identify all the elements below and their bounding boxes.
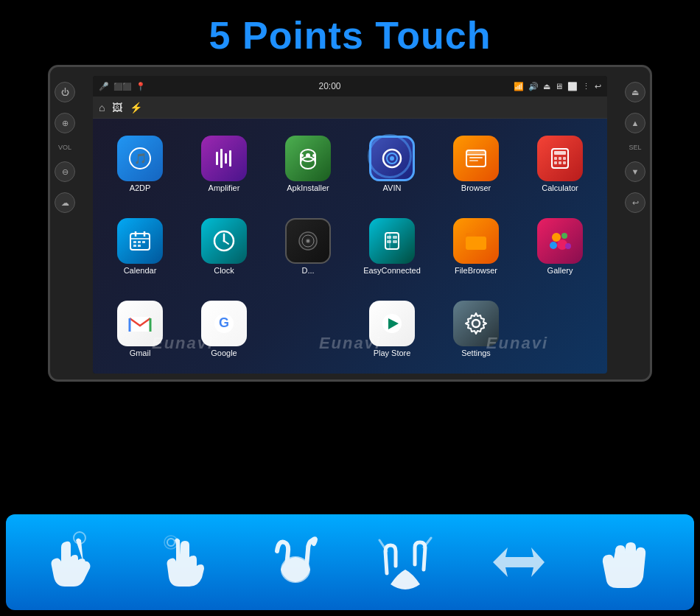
- svg-point-65: [472, 320, 480, 327]
- signal-icon: 📶: [514, 82, 524, 91]
- apkinstaller-icon: [285, 136, 331, 181]
- status-left: 🎤 ⬛⬛ 📍: [99, 82, 146, 91]
- app-filebrowser[interactable]: FileBrowser: [436, 207, 516, 285]
- svg-point-10: [306, 153, 310, 158]
- eject-button[interactable]: ⏏: [625, 82, 645, 102]
- sel-up-button[interactable]: ▲: [625, 113, 645, 133]
- svg-point-12: [312, 154, 315, 157]
- svg-rect-5: [229, 150, 231, 167]
- cloud-button[interactable]: ☁: [55, 192, 75, 213]
- app-dvd[interactable]: D...: [268, 207, 348, 285]
- app-avin[interactable]: AVIN: [352, 125, 432, 203]
- power-button[interactable]: ⏻: [55, 82, 75, 102]
- vol-up-button[interactable]: ⊕: [55, 113, 75, 133]
- svg-rect-25: [563, 157, 566, 160]
- svg-rect-17: [466, 150, 486, 155]
- gallery-label: Gallery: [547, 266, 573, 275]
- app-apkinstaller[interactable]: ApkInstaller: [268, 125, 348, 203]
- app-easyconnected[interactable]: EasyConnected: [352, 207, 432, 285]
- svg-point-55: [550, 242, 557, 249]
- gesture-spread: [372, 529, 438, 595]
- home-nav-icon[interactable]: ⌂: [99, 102, 105, 113]
- app-a2dp[interactable]: 🎵 A2DP: [100, 125, 180, 203]
- status-right: 📶 🔊 ⏏ 🖥 ⬜ ⋮ ↩: [514, 82, 601, 91]
- status-bar: 🎤 ⬛⬛ 📍 20:00 📶 🔊 ⏏ 🖥 ⬜ ⋮ ↩: [93, 76, 607, 97]
- a2dp-icon: 🎵: [117, 136, 163, 181]
- image-nav-icon[interactable]: 🖼: [112, 102, 122, 113]
- title-section: 5 Points Touch: [0, 0, 700, 65]
- app-playstore[interactable]: Play Store: [352, 290, 432, 368]
- mic-icon: 🎤: [99, 82, 109, 91]
- svg-rect-3: [220, 149, 223, 168]
- avin-label: AVIN: [383, 183, 402, 192]
- svg-rect-24: [559, 157, 561, 160]
- svg-rect-35: [142, 241, 145, 243]
- svg-point-9: [301, 157, 315, 169]
- playstore-label: Play Store: [374, 349, 411, 357]
- calculator-label: Calculator: [542, 183, 578, 192]
- app-calculator[interactable]: Calculator: [520, 125, 600, 203]
- svg-text:🎵: 🎵: [134, 153, 147, 165]
- usb-nav-icon[interactable]: ⚡: [130, 102, 142, 113]
- car-unit: ⏻ ⊕ VOL ⊖ ☁ ⏏ ▲ SEL ▼ ↩ 🎤 ⬛⬛ 📍 20:00: [48, 65, 652, 382]
- google-label: Google: [211, 349, 237, 357]
- svg-rect-20: [469, 160, 478, 161]
- apkinstaller-label: ApkInstaller: [287, 183, 329, 192]
- gesture-double-tap: [153, 529, 219, 595]
- left-side-buttons: ⏻ ⊕ VOL ⊖ ☁: [55, 82, 75, 213]
- svg-point-45: [307, 239, 309, 242]
- svg-rect-51: [393, 240, 397, 243]
- svg-rect-23: [554, 157, 557, 160]
- back-button[interactable]: ↩: [625, 192, 645, 213]
- calculator-icon: [537, 136, 583, 181]
- gesture-single-tap: [43, 529, 109, 595]
- svg-rect-2: [216, 152, 218, 165]
- clock-icon: [201, 218, 247, 264]
- calendar-label: Calendar: [124, 266, 157, 275]
- svg-rect-52: [466, 237, 486, 250]
- svg-rect-28: [563, 161, 566, 164]
- svg-rect-19: [469, 157, 483, 158]
- app-calendar[interactable]: Calendar: [100, 207, 180, 285]
- app-grid: 🎵 A2DP Amplifier: [93, 119, 607, 374]
- app-settings[interactable]: Settings: [436, 290, 516, 368]
- svg-point-57: [565, 243, 571, 249]
- app-google[interactable]: G Google: [184, 290, 264, 368]
- amplifier-label: Amplifier: [209, 183, 240, 192]
- location-icon: ⬛⬛: [113, 83, 131, 91]
- app-amplifier[interactable]: Amplifier: [184, 125, 264, 203]
- svg-point-67: [167, 539, 175, 546]
- vol-label: VOL: [58, 144, 71, 151]
- sel-down-button[interactable]: ▼: [625, 161, 645, 182]
- vol-down-button[interactable]: ⊖: [55, 161, 75, 182]
- page-title: 5 Points Touch: [0, 13, 700, 57]
- svg-rect-49: [393, 236, 397, 239]
- app-gallery[interactable]: Gallery: [520, 207, 600, 285]
- settings-icon: [453, 301, 499, 346]
- svg-point-41: [223, 239, 225, 242]
- a2dp-label: A2DP: [130, 183, 151, 192]
- app-browser[interactable]: Browser: [436, 125, 516, 203]
- volume-icon: 🔊: [528, 82, 539, 91]
- gesture-bar: [6, 514, 694, 610]
- menu-icon: ⋮: [582, 82, 590, 91]
- gmail-icon: [117, 301, 163, 346]
- svg-rect-4: [225, 153, 227, 164]
- svg-point-11: [301, 154, 304, 157]
- avin-icon: [369, 136, 415, 181]
- placeholder-icon: [285, 305, 331, 351]
- gps-icon: 📍: [136, 82, 146, 91]
- window-icon: ⬜: [567, 82, 578, 91]
- clock-label: Clock: [214, 266, 234, 275]
- easyconnected-label: EasyConnected: [363, 266, 421, 275]
- amplifier-icon: [201, 136, 247, 181]
- gmail-label: Gmail: [130, 349, 151, 357]
- gesture-swipe: [482, 529, 548, 595]
- browser-icon: [453, 136, 499, 181]
- browser-label: Browser: [461, 183, 491, 192]
- gesture-pinch: [262, 529, 329, 595]
- app-gmail[interactable]: Gmail: [100, 290, 180, 368]
- svg-rect-36: [133, 245, 136, 247]
- app-clock[interactable]: Clock: [184, 207, 264, 285]
- svg-rect-58: [130, 317, 150, 332]
